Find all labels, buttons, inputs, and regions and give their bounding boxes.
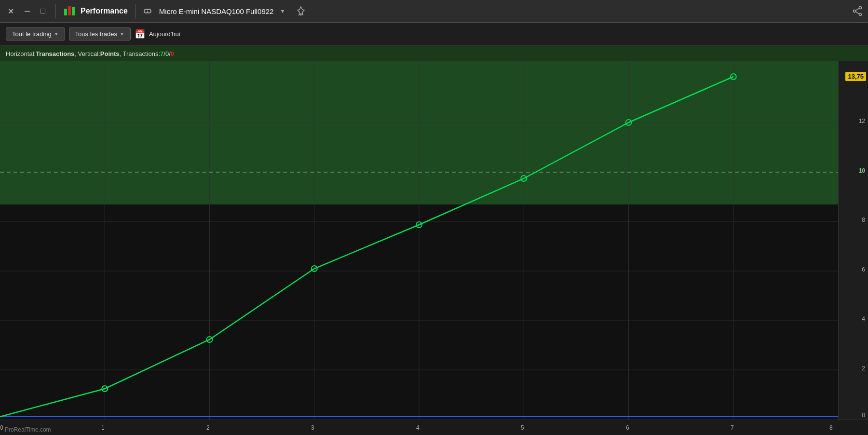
current-value-badge: 13,75 [845,72,866,81]
yaxis-label-10: 10 [859,167,865,174]
xaxis-label-6: 6 [626,424,629,431]
yaxis-label-8: 8 [862,217,865,223]
vertical-value: Points [100,50,120,57]
trading-filter-button[interactable]: Tout le trading ▼ [6,27,65,41]
yaxis-label-0: 0 [862,412,865,419]
xaxis-label-3: 3 [311,424,314,431]
watermark: ProRealTime.com [5,426,51,433]
minimize-button[interactable]: ─ [22,6,33,16]
trading-filter-label: Tout le trading [12,30,52,38]
performance-icon [63,5,76,17]
svg-line-12 [855,12,859,14]
count-neutral: 0 [165,50,169,57]
count-green: 7 [160,50,163,57]
yaxis-label-4: 4 [862,315,865,322]
svg-rect-0 [64,9,67,15]
share-icon[interactable] [852,5,863,17]
title-text: Performance [81,7,128,15]
horizontal-value: Transactions [36,50,74,57]
trades-filter-arrow-icon: ▼ [120,31,124,37]
xaxis-label-5: 5 [521,424,524,431]
xaxis-label-0: 0 [0,424,3,431]
yaxis-label-6: 6 [862,266,865,273]
svg-point-9 [854,10,856,13]
trading-filter-arrow-icon: ▼ [54,31,59,37]
svg-rect-1 [68,6,71,15]
chart-yaxis: 13,75 12 10 8 6 4 2 0 [838,61,868,420]
svg-line-11 [855,8,859,11]
pin-icon[interactable] [296,6,306,16]
count-red: 0 [171,50,174,57]
titlebar: ✕ ─ □ Performance Micro E-mini NASDAQ100… [0,0,868,23]
horizontal-prefix: Horizontal: [6,50,36,57]
transactions-comma: , Transactions: [120,50,161,57]
xaxis-label-8: 8 [829,424,833,431]
svg-rect-2 [72,7,75,15]
svg-point-8 [859,7,862,9]
trades-filter-label: Tous les trades [75,30,117,38]
yaxis-label-2: 2 [862,365,865,372]
xaxis-bar: 0 1 2 3 4 5 6 7 8 ProRealTime.com [0,420,868,435]
toolbar: Tout le trading ▼ Tous les trades ▼ 📅 Au… [0,23,868,46]
calendar-icon: 📅 [135,29,145,40]
chart-container: 13,75 12 10 8 6 4 2 0 [0,61,868,420]
xaxis-label-4: 4 [416,424,420,431]
title-separator [55,4,56,18]
vertical-comma: , Vertical: [74,50,100,57]
chart-svg [0,61,838,420]
chain-icon [143,6,152,16]
instrument-name[interactable]: Micro E-mini NASDAQ100 Full0922 [159,7,274,15]
infobar: Horizontal: Transactions , Vertical: Poi… [0,46,868,61]
xaxis-label-7: 7 [731,424,734,431]
instrument-arrow-icon[interactable]: ▼ [280,8,285,14]
xaxis-label-2: 2 [206,424,210,431]
trades-filter-button[interactable]: Tous les trades ▼ [69,27,131,41]
close-button[interactable]: ✕ [5,6,17,17]
title-separator-2 [135,4,136,18]
xaxis-label-1: 1 [101,424,105,431]
today-label: Aujourd'hui [149,30,180,38]
maximize-button[interactable]: □ [38,6,48,16]
yaxis-label-12: 12 [859,118,865,124]
svg-point-10 [859,14,862,16]
chart-area [0,61,838,420]
